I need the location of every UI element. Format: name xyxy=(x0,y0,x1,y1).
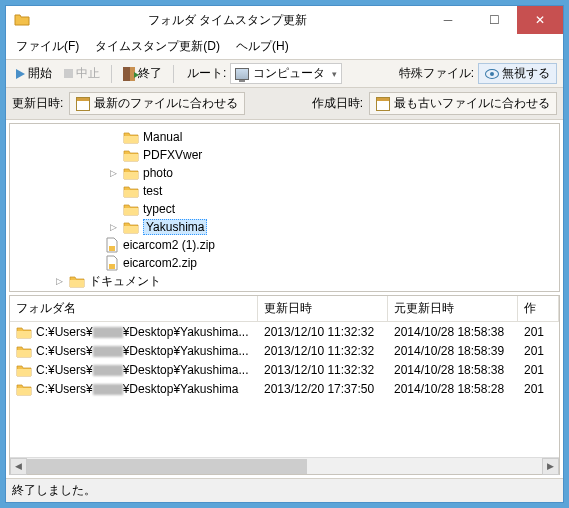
col-folder[interactable]: フォルダ名 xyxy=(10,296,258,321)
titlebar[interactable]: フォルダ タイムスタンプ更新 ─ ☐ ✕ xyxy=(6,6,563,34)
path-cell: C:¥Users¥¥Desktop¥Yakushima... xyxy=(36,325,249,339)
update-date-button[interactable]: 最新のファイルに合わせる xyxy=(69,92,245,115)
update-cell: 2013/12/10 11:32:32 xyxy=(258,362,388,378)
tree-item[interactable]: Manual xyxy=(108,128,555,146)
tree-item[interactable]: typect xyxy=(108,200,555,218)
menubar: ファイル(F) タイムスタンプ更新(D) ヘルプ(H) xyxy=(6,34,563,60)
col-create[interactable]: 作 xyxy=(518,296,559,321)
orig-cell: 2014/10/28 18:58:38 xyxy=(388,362,518,378)
create-cell: 201 xyxy=(518,324,559,340)
calendar-icon xyxy=(76,97,90,111)
update-cell: 2013/12/10 11:32:32 xyxy=(258,324,388,340)
play-icon xyxy=(16,69,25,79)
table-body: C:¥Users¥¥Desktop¥Yakushima...2013/12/10… xyxy=(10,322,559,457)
expand-icon[interactable] xyxy=(108,186,119,197)
tree-item[interactable]: PDFXVwer xyxy=(108,146,555,164)
status-bar: 終了しました。 xyxy=(6,478,563,502)
root-label: ルート: xyxy=(187,65,226,82)
table-row[interactable]: C:¥Users¥¥Desktop¥Yakushima...2013/12/10… xyxy=(10,322,559,341)
computer-icon xyxy=(235,68,249,80)
tree-item-label: test xyxy=(143,184,162,198)
expand-icon[interactable]: ▷ xyxy=(54,276,65,287)
tree-item-label: typect xyxy=(143,202,175,216)
separator xyxy=(111,65,112,83)
orig-cell: 2014/10/28 18:58:38 xyxy=(388,324,518,340)
tree-item-label: eicarcom2 (1).zip xyxy=(123,238,215,252)
expand-icon[interactable] xyxy=(90,258,101,269)
eye-icon xyxy=(485,69,499,79)
expand-icon[interactable] xyxy=(90,240,101,251)
chevron-down-icon: ▾ xyxy=(332,69,337,79)
create-date-label: 作成日時: xyxy=(312,95,363,112)
maximize-button[interactable]: ☐ xyxy=(471,6,517,34)
close-button[interactable]: ✕ xyxy=(517,6,563,34)
options-bar: 更新日時: 最新のファイルに合わせる 作成日時: 最も古いファイルに合わせる xyxy=(6,88,563,120)
minimize-button[interactable]: ─ xyxy=(425,6,471,34)
expand-icon[interactable] xyxy=(108,132,119,143)
scroll-right-icon[interactable]: ▶ xyxy=(542,458,559,475)
path-cell: C:¥Users¥¥Desktop¥Yakushima... xyxy=(36,344,249,358)
tree-item-label: PDFXVwer xyxy=(143,148,202,162)
path-cell: C:¥Users¥¥Desktop¥Yakushima... xyxy=(36,363,249,377)
table-row[interactable]: C:¥Users¥¥Desktop¥Yakushima...2013/12/10… xyxy=(10,341,559,360)
path-cell: C:¥Users¥¥Desktop¥Yakushima xyxy=(36,382,239,396)
col-orig[interactable]: 元更新日時 xyxy=(388,296,518,321)
window-title: フォルダ タイムスタンプ更新 xyxy=(30,12,425,29)
app-icon xyxy=(14,11,30,30)
scroll-left-icon[interactable]: ◀ xyxy=(10,458,27,475)
menu-file[interactable]: ファイル(F) xyxy=(10,36,85,57)
folder-tree[interactable]: ManualPDFXVwer▷phototesttypect▷Yakushima… xyxy=(9,123,560,292)
tree-item-label: Manual xyxy=(143,130,182,144)
expand-icon[interactable] xyxy=(108,150,119,161)
tree-item[interactable]: ▷photo xyxy=(108,164,555,182)
orig-cell: 2014/10/28 18:58:39 xyxy=(388,343,518,359)
create-cell: 201 xyxy=(518,343,559,359)
stop-icon xyxy=(64,69,73,78)
update-cell: 2013/12/10 11:32:32 xyxy=(258,343,388,359)
tree-item-label: ドキュメント xyxy=(89,273,161,290)
menu-help[interactable]: ヘルプ(H) xyxy=(230,36,295,57)
special-file-label: 特殊ファイル: xyxy=(399,65,474,82)
results-table: フォルダ名 更新日時 元更新日時 作 C:¥Users¥¥Desktop¥Yak… xyxy=(9,295,560,475)
root-selector[interactable]: コンピュータ▾ xyxy=(230,63,342,84)
separator xyxy=(173,65,174,83)
calendar-icon xyxy=(376,97,390,111)
expand-icon[interactable]: ▷ xyxy=(108,168,119,179)
tree-item-label: eicarcom2.zip xyxy=(123,256,197,270)
update-date-label: 更新日時: xyxy=(12,95,63,112)
stop-button[interactable]: 中止 xyxy=(60,63,104,84)
exit-icon xyxy=(123,67,135,81)
create-cell: 201 xyxy=(518,381,559,397)
menu-update[interactable]: タイムスタンプ更新(D) xyxy=(89,36,226,57)
horizontal-scrollbar[interactable]: ◀ ▶ xyxy=(10,457,559,474)
expand-icon[interactable]: ▷ xyxy=(108,222,119,233)
tree-item[interactable]: eicarcom2.zip xyxy=(90,254,555,272)
scroll-thumb[interactable] xyxy=(27,459,307,474)
tree-item[interactable]: ▷ドキュメント xyxy=(54,272,555,290)
ignore-button[interactable]: 無視する xyxy=(478,63,557,84)
tree-item-label: Yakushima xyxy=(143,219,207,235)
table-header: フォルダ名 更新日時 元更新日時 作 xyxy=(10,296,559,322)
toolbar: 開始 中止 終了 ルート: コンピュータ▾ 特殊ファイル: 無視する xyxy=(6,60,563,88)
table-row[interactable]: C:¥Users¥¥Desktop¥Yakushima2013/12/20 17… xyxy=(10,379,559,398)
expand-icon[interactable] xyxy=(108,204,119,215)
col-update[interactable]: 更新日時 xyxy=(258,296,388,321)
orig-cell: 2014/10/28 18:58:28 xyxy=(388,381,518,397)
update-cell: 2013/12/20 17:37:50 xyxy=(258,381,388,397)
tree-item-label: photo xyxy=(143,166,173,180)
tree-item[interactable]: ▷Yakushima xyxy=(108,218,555,236)
start-button[interactable]: 開始 xyxy=(12,63,56,84)
create-cell: 201 xyxy=(518,362,559,378)
table-row[interactable]: C:¥Users¥¥Desktop¥Yakushima...2013/12/10… xyxy=(10,360,559,379)
exit-button[interactable]: 終了 xyxy=(119,63,166,84)
create-date-button[interactable]: 最も古いファイルに合わせる xyxy=(369,92,557,115)
tree-item[interactable]: test xyxy=(108,182,555,200)
tree-item[interactable]: eicarcom2 (1).zip xyxy=(90,236,555,254)
